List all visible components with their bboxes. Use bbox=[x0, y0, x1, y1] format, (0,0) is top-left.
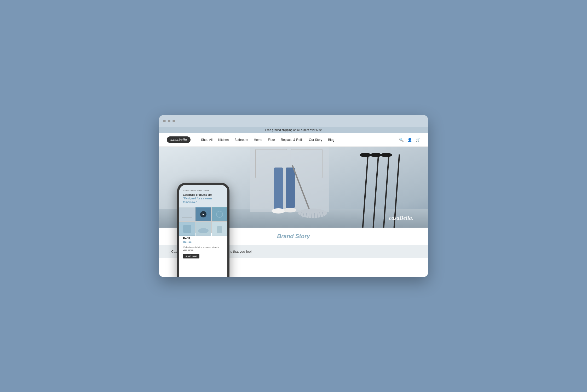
cart-icon[interactable]: 🛒 bbox=[416, 137, 420, 142]
logo[interactable]: casabella bbox=[167, 136, 191, 143]
svg-rect-40 bbox=[217, 226, 222, 233]
thumb-svg-5 bbox=[195, 222, 211, 236]
video-thumb-6 bbox=[212, 222, 227, 236]
svg-line-16 bbox=[314, 213, 315, 218]
svg-rect-6 bbox=[286, 168, 295, 208]
nav-blog[interactable]: Blog bbox=[328, 138, 334, 142]
thumb-svg-1 bbox=[179, 207, 195, 221]
account-icon[interactable]: 👤 bbox=[407, 137, 412, 142]
nav-our-story[interactable]: Our Story bbox=[309, 138, 322, 142]
svg-text:casaBella.: casaBella. bbox=[389, 215, 413, 221]
phone-bottom: Refill. Reuse. It's that easy to bring a… bbox=[179, 233, 227, 277]
browser-frame: Free ground shipping on all orders over … bbox=[159, 115, 428, 277]
thumb-svg-4 bbox=[179, 222, 195, 236]
svg-point-38 bbox=[198, 228, 209, 233]
browser-dot-2 bbox=[168, 120, 170, 122]
phone-headline: Casabella products are "Designed for a c… bbox=[183, 193, 224, 204]
thumb-svg-3 bbox=[212, 207, 227, 221]
reuse-text: Reuse. bbox=[183, 240, 192, 244]
thumb-svg-6 bbox=[212, 222, 227, 236]
phone-description: It's that easy to bring a cleaner clean … bbox=[183, 246, 224, 251]
navbar: casabella Shop All Kitchen Bathroom Home… bbox=[159, 133, 428, 147]
svg-rect-28 bbox=[179, 208, 195, 221]
search-icon[interactable]: 🔍 bbox=[399, 137, 404, 142]
nav-icons: 🔍 👤 🛒 bbox=[399, 137, 420, 142]
mobile-screen: It's the cleaner way to clean. Casabella… bbox=[179, 185, 227, 277]
nav-home[interactable]: Home bbox=[254, 138, 262, 142]
brand-story-title: Brand Story bbox=[211, 233, 376, 240]
video-thumb-1 bbox=[179, 207, 195, 221]
nav-replace-refill[interactable]: Replace & Refill bbox=[281, 138, 303, 142]
mobile-phone: It's the cleaner way to clean. Casabella… bbox=[177, 183, 229, 277]
phone-video-grid: ▶ bbox=[179, 207, 227, 233]
browser-chrome bbox=[159, 115, 428, 127]
phone-headline-styled: "Designed for a cleaner tomorrow." bbox=[183, 197, 212, 204]
play-button[interactable]: ▶ bbox=[200, 211, 206, 217]
nav-shop-all[interactable]: Shop All bbox=[201, 138, 212, 142]
refill-text: Refill. bbox=[183, 237, 191, 240]
svg-point-25 bbox=[370, 153, 382, 157]
phone-refill-label: Refill. Reuse. bbox=[183, 237, 224, 244]
phone-tagline: It's the cleaner way to clean. bbox=[183, 189, 224, 192]
svg-rect-5 bbox=[274, 168, 283, 209]
nav-bathroom[interactable]: Bathroom bbox=[234, 138, 248, 142]
shop-now-button[interactable]: SHOP NOW bbox=[183, 254, 199, 258]
svg-point-24 bbox=[360, 153, 371, 157]
phone-headline-plain: Casabella products are bbox=[183, 193, 212, 196]
announcement-text: Free ground shipping on all orders over … bbox=[265, 128, 322, 131]
video-thumb-center[interactable]: ▶ bbox=[195, 207, 211, 221]
browser-dot-3 bbox=[172, 120, 175, 122]
brand-story-title-plain: Brand bbox=[277, 233, 295, 239]
svg-point-8 bbox=[284, 208, 296, 212]
video-thumb-4 bbox=[179, 222, 195, 236]
nav-links: Shop All Kitchen Bathroom Home Floor Rep… bbox=[201, 138, 399, 142]
svg-line-15 bbox=[312, 214, 312, 218]
nav-floor[interactable]: Floor bbox=[268, 138, 275, 142]
browser-dot-1 bbox=[163, 120, 166, 122]
brand-story-title-styled: Story bbox=[295, 233, 310, 239]
svg-rect-36 bbox=[183, 225, 191, 233]
video-thumb-3 bbox=[212, 207, 227, 221]
phone-header: It's the cleaner way to clean. Casabella… bbox=[179, 185, 227, 207]
announcement-bar: Free ground shipping on all orders over … bbox=[159, 127, 428, 133]
nav-kitchen[interactable]: Kitchen bbox=[218, 138, 229, 142]
svg-point-7 bbox=[272, 208, 285, 214]
svg-rect-33 bbox=[212, 208, 227, 221]
video-thumb-5 bbox=[195, 222, 211, 236]
svg-point-26 bbox=[381, 153, 392, 157]
